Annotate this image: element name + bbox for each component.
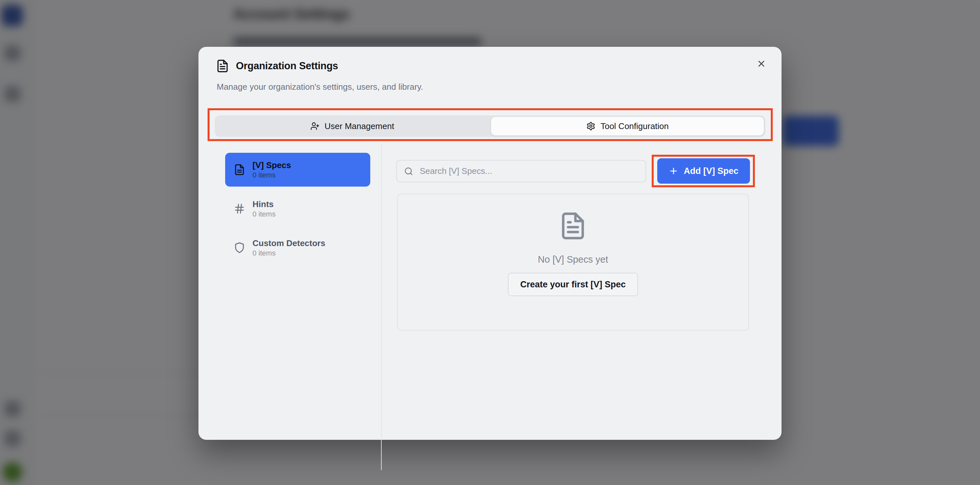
nav-item-label: [V] Specs: [253, 160, 291, 171]
file-text-icon: [216, 59, 229, 73]
nav-item-label: Hints: [253, 199, 275, 210]
nav-item-count: 0 items: [253, 249, 325, 258]
search-icon: [404, 167, 413, 176]
add-spec-label: Add [V] Spec: [684, 166, 738, 176]
panel-divider: [381, 144, 382, 470]
plus-icon: [669, 166, 678, 176]
nav-item-count: 0 items: [253, 171, 291, 180]
create-first-spec-button[interactable]: Create your first [V] Spec: [508, 273, 638, 296]
file-text-icon: [234, 164, 245, 176]
nav-item-hints[interactable]: Hints 0 items: [225, 192, 370, 226]
nav-item-count: 0 items: [253, 210, 275, 219]
tab-label: Tool Configuration: [601, 121, 669, 132]
nav-item-label: Custom Detectors: [253, 238, 325, 249]
empty-state-panel: No [V] Specs yet Create your first [V] S…: [397, 194, 749, 331]
gear-icon: [586, 122, 595, 131]
search-input[interactable]: [419, 166, 638, 176]
spec-search: [396, 160, 646, 182]
nav-item-v-specs[interactable]: [V] Specs 0 items: [225, 153, 370, 187]
organization-settings-dialog: Organization Settings Manage your organi…: [199, 47, 781, 440]
close-icon: [756, 59, 766, 68]
close-button[interactable]: [752, 54, 771, 73]
user-plus-icon: [310, 122, 320, 131]
add-spec-button[interactable]: Add [V] Spec: [657, 158, 750, 184]
tab-user-management[interactable]: User Management: [216, 117, 488, 136]
nav-item-custom-detectors[interactable]: Custom Detectors 0 items: [225, 231, 370, 265]
dialog-header: Organization Settings: [216, 59, 338, 73]
dialog-title: Organization Settings: [236, 60, 338, 72]
shield-icon: [234, 242, 245, 254]
hash-icon: [234, 203, 245, 214]
library-nav: [V] Specs 0 items Hints 0 items: [225, 153, 370, 265]
dialog-subtitle: Manage your organization's settings, use…: [217, 82, 423, 92]
file-text-icon: [558, 211, 588, 242]
tab-tool-configuration[interactable]: Tool Configuration: [491, 117, 764, 136]
empty-state-title: No [V] Specs yet: [538, 254, 608, 265]
tab-label: User Management: [325, 121, 395, 132]
settings-tabbar: User Management Tool Configuration: [215, 116, 765, 137]
screen: Account Settings Organization Settings M…: [0, 0, 980, 485]
